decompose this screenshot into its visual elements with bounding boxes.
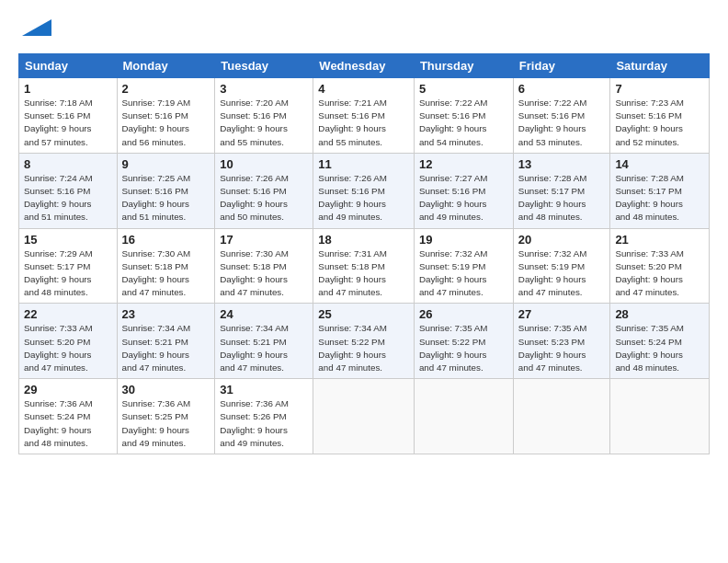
header xyxy=(18,17,710,42)
day-info: Sunrise: 7:26 AM Sunset: 5:16 PM Dayligh… xyxy=(318,172,409,224)
calendar-week-row: 1Sunrise: 7:18 AM Sunset: 5:16 PM Daylig… xyxy=(19,78,710,154)
day-number: 2 xyxy=(122,82,210,96)
day-cell: 31Sunrise: 7:36 AM Sunset: 5:26 PM Dayli… xyxy=(215,379,313,454)
day-info: Sunrise: 7:23 AM Sunset: 5:16 PM Dayligh… xyxy=(615,97,704,149)
day-number: 26 xyxy=(419,307,508,321)
weekday-header: Wednesday xyxy=(313,54,415,78)
weekday-header: Saturday xyxy=(610,54,710,78)
day-cell: 13Sunrise: 7:28 AM Sunset: 5:17 PM Dayli… xyxy=(513,153,610,228)
empty-cell xyxy=(414,379,513,454)
day-cell: 18Sunrise: 7:31 AM Sunset: 5:18 PM Dayli… xyxy=(313,228,415,304)
day-number: 29 xyxy=(24,383,112,396)
day-cell: 20Sunrise: 7:32 AM Sunset: 5:19 PM Dayli… xyxy=(513,228,610,304)
day-cell: 14Sunrise: 7:28 AM Sunset: 5:17 PM Dayli… xyxy=(610,153,710,228)
day-number: 1 xyxy=(24,82,112,96)
day-number: 19 xyxy=(419,233,508,247)
day-info: Sunrise: 7:30 AM Sunset: 5:18 PM Dayligh… xyxy=(122,247,210,300)
day-number: 30 xyxy=(122,383,210,396)
day-cell: 24Sunrise: 7:34 AM Sunset: 5:21 PM Dayli… xyxy=(215,304,313,379)
empty-cell xyxy=(313,379,415,454)
day-number: 9 xyxy=(122,157,210,171)
day-info: Sunrise: 7:29 AM Sunset: 5:17 PM Dayligh… xyxy=(24,247,112,300)
day-info: Sunrise: 7:36 AM Sunset: 5:24 PM Dayligh… xyxy=(24,397,112,450)
calendar-week-row: 22Sunrise: 7:33 AM Sunset: 5:20 PM Dayli… xyxy=(19,304,710,379)
day-cell: 27Sunrise: 7:35 AM Sunset: 5:23 PM Dayli… xyxy=(513,304,610,379)
day-info: Sunrise: 7:34 AM Sunset: 5:21 PM Dayligh… xyxy=(220,322,308,374)
day-cell: 2Sunrise: 7:19 AM Sunset: 5:16 PM Daylig… xyxy=(117,78,215,154)
day-number: 14 xyxy=(615,157,704,171)
day-info: Sunrise: 7:32 AM Sunset: 5:19 PM Dayligh… xyxy=(419,247,508,300)
day-number: 4 xyxy=(318,82,409,96)
calendar-table: SundayMondayTuesdayWednesdayThursdayFrid… xyxy=(18,53,710,454)
day-info: Sunrise: 7:36 AM Sunset: 5:26 PM Dayligh… xyxy=(220,397,308,450)
day-number: 15 xyxy=(24,233,112,247)
day-number: 23 xyxy=(122,307,210,321)
day-number: 8 xyxy=(24,157,112,171)
day-cell: 11Sunrise: 7:26 AM Sunset: 5:16 PM Dayli… xyxy=(313,153,415,228)
weekday-header: Sunday xyxy=(19,54,118,78)
day-number: 27 xyxy=(518,307,606,321)
calendar-header-row: SundayMondayTuesdayWednesdayThursdayFrid… xyxy=(19,54,710,78)
day-cell: 22Sunrise: 7:33 AM Sunset: 5:20 PM Dayli… xyxy=(19,304,118,379)
day-cell: 10Sunrise: 7:26 AM Sunset: 5:16 PM Dayli… xyxy=(215,153,313,228)
day-info: Sunrise: 7:35 AM Sunset: 5:22 PM Dayligh… xyxy=(419,322,508,374)
day-cell: 8Sunrise: 7:24 AM Sunset: 5:16 PM Daylig… xyxy=(19,153,118,228)
empty-cell xyxy=(610,379,710,454)
calendar-week-row: 15Sunrise: 7:29 AM Sunset: 5:17 PM Dayli… xyxy=(19,228,710,304)
day-info: Sunrise: 7:27 AM Sunset: 5:16 PM Dayligh… xyxy=(419,172,508,224)
day-info: Sunrise: 7:26 AM Sunset: 5:16 PM Dayligh… xyxy=(220,172,308,224)
day-cell: 17Sunrise: 7:30 AM Sunset: 5:18 PM Dayli… xyxy=(215,228,313,304)
day-info: Sunrise: 7:20 AM Sunset: 5:16 PM Dayligh… xyxy=(220,97,308,149)
day-info: Sunrise: 7:28 AM Sunset: 5:17 PM Dayligh… xyxy=(615,172,704,224)
day-cell: 6Sunrise: 7:22 AM Sunset: 5:16 PM Daylig… xyxy=(513,78,610,154)
day-number: 6 xyxy=(518,82,606,96)
empty-cell xyxy=(513,379,610,454)
weekday-header: Monday xyxy=(117,54,215,78)
logo xyxy=(18,17,51,42)
day-cell: 4Sunrise: 7:21 AM Sunset: 5:16 PM Daylig… xyxy=(313,78,415,154)
day-cell: 7Sunrise: 7:23 AM Sunset: 5:16 PM Daylig… xyxy=(610,78,710,154)
weekday-header: Thursday xyxy=(414,54,513,78)
day-info: Sunrise: 7:22 AM Sunset: 5:16 PM Dayligh… xyxy=(419,97,508,149)
day-info: Sunrise: 7:28 AM Sunset: 5:17 PM Dayligh… xyxy=(518,172,606,224)
svg-marker-0 xyxy=(22,19,51,36)
day-info: Sunrise: 7:34 AM Sunset: 5:21 PM Dayligh… xyxy=(122,322,210,374)
day-info: Sunrise: 7:31 AM Sunset: 5:18 PM Dayligh… xyxy=(318,247,409,300)
day-number: 17 xyxy=(220,233,308,247)
day-cell: 26Sunrise: 7:35 AM Sunset: 5:22 PM Dayli… xyxy=(414,304,513,379)
day-cell: 19Sunrise: 7:32 AM Sunset: 5:19 PM Dayli… xyxy=(414,228,513,304)
day-info: Sunrise: 7:34 AM Sunset: 5:22 PM Dayligh… xyxy=(318,322,409,374)
day-cell: 3Sunrise: 7:20 AM Sunset: 5:16 PM Daylig… xyxy=(215,78,313,154)
day-info: Sunrise: 7:33 AM Sunset: 5:20 PM Dayligh… xyxy=(24,322,112,374)
weekday-header: Tuesday xyxy=(215,54,313,78)
day-number: 5 xyxy=(419,82,508,96)
day-number: 7 xyxy=(615,82,704,96)
day-number: 10 xyxy=(220,157,308,171)
day-number: 25 xyxy=(318,307,409,321)
day-cell: 21Sunrise: 7:33 AM Sunset: 5:20 PM Dayli… xyxy=(610,228,710,304)
day-info: Sunrise: 7:32 AM Sunset: 5:19 PM Dayligh… xyxy=(518,247,606,300)
day-cell: 23Sunrise: 7:34 AM Sunset: 5:21 PM Dayli… xyxy=(117,304,215,379)
day-cell: 30Sunrise: 7:36 AM Sunset: 5:25 PM Dayli… xyxy=(117,379,215,454)
day-number: 3 xyxy=(220,82,308,96)
day-info: Sunrise: 7:33 AM Sunset: 5:20 PM Dayligh… xyxy=(615,247,704,300)
day-info: Sunrise: 7:35 AM Sunset: 5:23 PM Dayligh… xyxy=(518,322,606,374)
day-info: Sunrise: 7:19 AM Sunset: 5:16 PM Dayligh… xyxy=(122,97,210,149)
day-number: 31 xyxy=(220,383,308,396)
day-cell: 9Sunrise: 7:25 AM Sunset: 5:16 PM Daylig… xyxy=(117,153,215,228)
day-cell: 29Sunrise: 7:36 AM Sunset: 5:24 PM Dayli… xyxy=(19,379,118,454)
day-cell: 15Sunrise: 7:29 AM Sunset: 5:17 PM Dayli… xyxy=(19,228,118,304)
day-info: Sunrise: 7:35 AM Sunset: 5:24 PM Dayligh… xyxy=(615,322,704,374)
day-info: Sunrise: 7:22 AM Sunset: 5:16 PM Dayligh… xyxy=(518,97,606,149)
weekday-header: Friday xyxy=(513,54,610,78)
page: SundayMondayTuesdayWednesdayThursdayFrid… xyxy=(0,0,728,464)
day-number: 12 xyxy=(419,157,508,171)
day-number: 22 xyxy=(24,307,112,321)
day-number: 21 xyxy=(615,233,704,247)
calendar-week-row: 8Sunrise: 7:24 AM Sunset: 5:16 PM Daylig… xyxy=(19,153,710,228)
day-info: Sunrise: 7:21 AM Sunset: 5:16 PM Dayligh… xyxy=(318,97,409,149)
day-cell: 25Sunrise: 7:34 AM Sunset: 5:22 PM Dayli… xyxy=(313,304,415,379)
day-cell: 16Sunrise: 7:30 AM Sunset: 5:18 PM Dayli… xyxy=(117,228,215,304)
calendar-week-row: 29Sunrise: 7:36 AM Sunset: 5:24 PM Dayli… xyxy=(19,379,710,454)
day-number: 16 xyxy=(122,233,210,247)
